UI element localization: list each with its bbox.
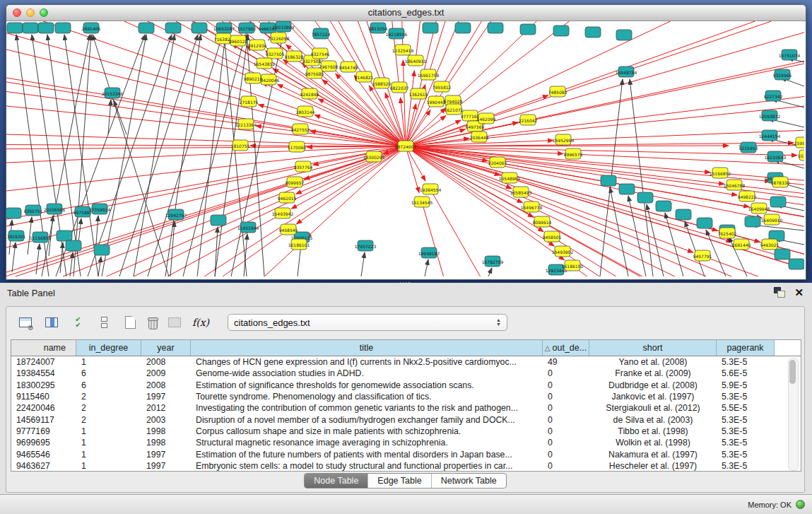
- cell-title[interactable]: Estimation of the future numbers of pati…: [191, 450, 543, 460]
- cell-name[interactable]: 19384554: [11, 368, 76, 378]
- cell-title[interactable]: Corpus callosum shape and size in male p…: [191, 426, 543, 436]
- network-node[interactable]: 6822037: [390, 82, 409, 93]
- cell-pagerank[interactable]: 5.3E-5: [717, 392, 775, 402]
- cell-short[interactable]: Wolkin et al. (1998): [589, 438, 717, 448]
- network-node[interactable]: 11156859: [30, 232, 52, 243]
- cell-name[interactable]: 18300295: [11, 380, 76, 390]
- cell-title[interactable]: Structural magnetic resonance image aver…: [191, 438, 543, 448]
- column-header-pagerank[interactable]: pagerank: [717, 340, 775, 356]
- cell-title[interactable]: Changes of HCN gene expression and I(f) …: [191, 357, 543, 367]
- cell-year[interactable]: 1997: [141, 450, 191, 460]
- network-node[interactable]: 19218506: [386, 28, 408, 39]
- network-node[interactable]: 15493902: [552, 246, 574, 257]
- network-node[interactable]: [57, 230, 72, 241]
- network-node[interactable]: 8186328: [285, 51, 304, 62]
- network-node[interactable]: 9357764: [294, 161, 313, 172]
- cell-name[interactable]: 9699695: [11, 438, 76, 448]
- network-node[interactable]: [553, 25, 569, 36]
- network-node[interactable]: 17359924: [89, 204, 111, 214]
- network-node[interactable]: 18640910: [405, 55, 427, 66]
- network-canvas[interactable]: 2691406106532871527602646616116033809785…: [6, 21, 804, 279]
- network-node[interactable]: 16186150: [562, 260, 584, 271]
- network-node[interactable]: [94, 245, 110, 255]
- cell-out_degree[interactable]: 49: [543, 357, 589, 367]
- network-node[interactable]: 15493942: [272, 208, 294, 218]
- cell-short[interactable]: Stergiakouli et al. (2012): [589, 403, 717, 413]
- network-node[interactable]: 15496778: [521, 201, 543, 212]
- network-node[interactable]: [637, 192, 653, 203]
- cell-out_degree[interactable]: 0: [543, 403, 589, 413]
- network-node[interactable]: 8215953: [739, 142, 758, 153]
- cell-in_degree[interactable]: 1: [76, 461, 141, 471]
- column-header-short[interactable]: short: [589, 340, 717, 356]
- network-node[interactable]: 2718176: [240, 96, 259, 107]
- network-node[interactable]: 1990443: [427, 96, 446, 107]
- cell-year[interactable]: 2009: [141, 368, 191, 378]
- cell-pagerank[interactable]: 5.3E-5: [717, 461, 775, 471]
- cell-year[interactable]: 1998: [141, 426, 191, 436]
- table-row[interactable]: 2242004622012Investigating the contribut…: [11, 402, 801, 414]
- cell-year[interactable]: 2012: [141, 403, 191, 413]
- cell-in_degree[interactable]: 1: [76, 426, 141, 436]
- network-node[interactable]: [585, 27, 601, 37]
- cell-title[interactable]: Tourette syndrome. Phenomenology and cla…: [191, 392, 543, 402]
- cell-short[interactable]: Yano et al. (2008): [589, 357, 717, 367]
- column-header-name[interactable]: name: [11, 340, 76, 356]
- column-header-out_degree[interactable]: △out_de...: [543, 340, 589, 356]
- float-window-icon[interactable]: [774, 287, 784, 298]
- network-node[interactable]: 3919301: [7, 230, 26, 241]
- network-node[interactable]: 18300295: [363, 151, 385, 162]
- cell-name[interactable]: 18724007: [11, 357, 76, 367]
- cell-out_degree[interactable]: 0: [543, 426, 589, 436]
- network-node[interactable]: [619, 184, 635, 194]
- network-node[interactable]: [775, 249, 790, 259]
- network-node[interactable]: [423, 23, 438, 33]
- network-node[interactable]: [455, 23, 471, 33]
- table-row[interactable]: 1872400712008Changes of HCN gene express…: [11, 356, 801, 368]
- network-node[interactable]: [6, 208, 21, 218]
- cell-pagerank[interactable]: 5.6E-5: [717, 368, 775, 378]
- cell-in_degree[interactable]: 1: [76, 450, 141, 460]
- row-height-icon[interactable]: [95, 313, 113, 332]
- cell-in_degree[interactable]: 6: [76, 368, 141, 378]
- delete-column-icon[interactable]: [147, 316, 158, 329]
- network-node[interactable]: 9327546: [311, 48, 330, 59]
- network-node[interactable]: 20153346: [102, 88, 124, 98]
- column-header-title[interactable]: title: [191, 340, 543, 356]
- delete-table-icon[interactable]: [165, 313, 184, 332]
- cell-title[interactable]: Embryonic stem cells: a model to study s…: [191, 461, 543, 471]
- cell-title[interactable]: Investigating the contribution of common…: [191, 403, 543, 413]
- cell-title[interactable]: Genome-wide association studies in ADHD.: [191, 368, 543, 378]
- table-row[interactable]: 1830029562008Estimation of significance …: [11, 380, 801, 391]
- network-node[interactable]: 8454749: [339, 62, 358, 72]
- network-node[interactable]: 15952994: [553, 134, 575, 145]
- network-node[interactable]: 1691440: [732, 239, 751, 250]
- network-node[interactable]: 16409948: [748, 203, 770, 214]
- network-node[interactable]: 9458545: [279, 224, 298, 235]
- cell-in_degree[interactable]: 2: [76, 392, 141, 402]
- cell-pagerank[interactable]: 5.3E-5: [717, 357, 775, 367]
- cell-pagerank[interactable]: 5.5E-5: [717, 403, 775, 413]
- table-row[interactable]: 977716911998Corpus callosum shape and si…: [11, 426, 801, 437]
- cell-name[interactable]: 14569117: [11, 415, 76, 425]
- network-node[interactable]: 16782759: [482, 256, 504, 267]
- cell-title[interactable]: Estimation of significance thresholds fo…: [191, 380, 543, 390]
- network-node[interactable]: 9327505: [266, 48, 285, 59]
- network-node[interactable]: 2216042: [519, 115, 538, 125]
- table-row[interactable]: 946362711997Embryonic stem cells: a mode…: [11, 460, 801, 472]
- cell-year[interactable]: 2008: [141, 380, 191, 390]
- cell-in_degree[interactable]: 6: [76, 380, 141, 390]
- cell-out_degree[interactable]: 0: [543, 380, 589, 390]
- cell-short[interactable]: Tibbo et al. (1998): [589, 426, 717, 436]
- network-node[interactable]: [697, 218, 712, 228]
- cell-pagerank[interactable]: 5.3E-5: [717, 438, 775, 448]
- network-node[interactable]: 8099657: [286, 177, 305, 187]
- network-node[interactable]: 1810755: [231, 140, 250, 151]
- network-node[interactable]: [488, 23, 503, 33]
- network-node[interactable]: 8427552: [291, 124, 310, 134]
- network-node[interactable]: 9462015: [278, 192, 297, 203]
- cell-short[interactable]: Jankovic et al. (1997): [589, 392, 717, 402]
- table-scrollbar[interactable]: [788, 358, 799, 471]
- network-node[interactable]: 16409910: [761, 214, 783, 225]
- column-header-year[interactable]: year: [141, 340, 191, 356]
